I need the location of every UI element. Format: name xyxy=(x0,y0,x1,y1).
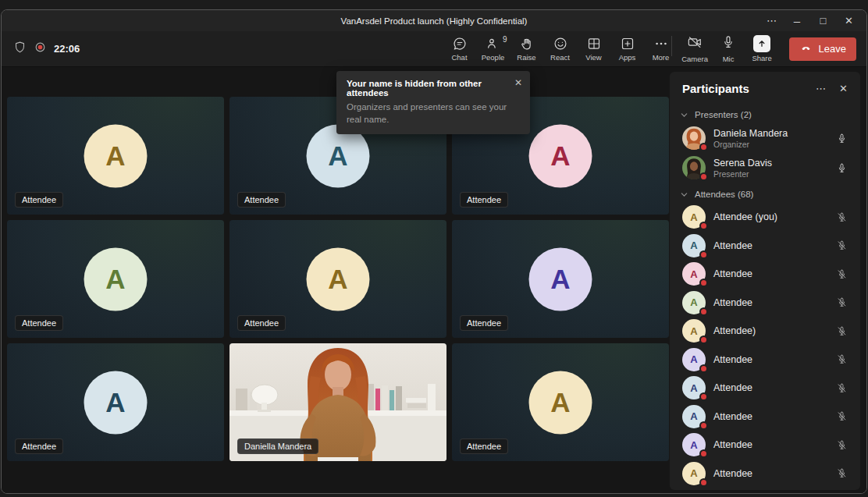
leave-label: Leave xyxy=(819,43,846,55)
avatar: A xyxy=(84,247,148,311)
window-more-button[interactable]: ⋯ xyxy=(759,10,784,31)
minimize-button[interactable]: – xyxy=(784,10,810,31)
presence-busy-dot xyxy=(699,307,708,316)
chat-icon xyxy=(452,36,468,51)
mic-off-icon xyxy=(836,467,848,479)
participant-row[interactable]: A Attendee xyxy=(670,232,860,261)
participant-row[interactable]: A Attendee (you) xyxy=(670,203,860,232)
avatar: A xyxy=(529,247,592,311)
video-tile-camera-feed[interactable]: Daniella Mandera xyxy=(229,343,446,461)
tile-name-label: Attendee xyxy=(237,315,286,331)
participant-row[interactable]: A Attendee xyxy=(670,403,860,431)
avatar: A xyxy=(682,234,706,257)
view-button[interactable]: View xyxy=(577,31,610,66)
raise-hand-icon xyxy=(519,36,535,51)
participant-row[interactable]: Serena Davis Presenter xyxy=(670,153,860,183)
share-icon xyxy=(753,35,770,52)
participant-row[interactable]: A Attendee xyxy=(670,374,860,403)
mic-on-icon[interactable] xyxy=(836,162,848,174)
mic-button[interactable]: Mic xyxy=(712,34,745,63)
teams-meeting-window: VanArsdel Product launch (Highly Confide… xyxy=(1,9,867,494)
tile-name-label: Attendee xyxy=(460,438,508,454)
react-smiley-icon xyxy=(553,36,568,51)
video-tile[interactable]: A Attendee xyxy=(452,220,669,338)
maximize-button[interactable]: □ xyxy=(810,10,836,31)
video-tile[interactable]: A Attendee xyxy=(7,343,224,461)
share-button[interactable]: Share xyxy=(745,35,779,62)
presence-busy-dot xyxy=(699,143,708,151)
apps-button[interactable]: Apps xyxy=(610,31,644,66)
people-button[interactable]: 9 People xyxy=(476,31,510,66)
participant-row[interactable]: A Attendee xyxy=(670,460,860,488)
camera-button[interactable]: Camera xyxy=(678,34,712,63)
mic-icon xyxy=(720,34,736,53)
meeting-status-group: 22:06 xyxy=(13,31,80,66)
mic-off-icon xyxy=(836,211,848,223)
mic-label: Mic xyxy=(723,55,735,63)
chevron-down-icon xyxy=(681,191,688,198)
participant-role: Presenter xyxy=(713,169,772,179)
participant-name: Attendee xyxy=(713,354,752,365)
chat-button[interactable]: Chat xyxy=(443,31,476,66)
share-label: Share xyxy=(752,54,771,62)
presence-busy-dot xyxy=(699,478,708,487)
people-icon: 9 xyxy=(486,36,501,51)
raise-hand-button[interactable]: Raise xyxy=(510,31,543,66)
camera-off-icon xyxy=(686,34,703,53)
participant-role: Organizer xyxy=(713,140,788,149)
toast-body: Organizers and presenters can see your r… xyxy=(347,101,510,126)
tile-name-label: Attendee xyxy=(15,438,63,454)
presence-busy-dot xyxy=(699,421,708,430)
participants-more-icon[interactable]: ⋯ xyxy=(816,83,826,94)
toast-title: Your name is hidden from other attendees xyxy=(347,79,510,98)
avatar-photo xyxy=(682,156,706,179)
participant-row[interactable]: A Attendee xyxy=(670,260,860,289)
participant-row[interactable]: A Attendee xyxy=(670,289,860,318)
participants-title: Participants xyxy=(682,82,816,95)
presenters-section-header[interactable]: Presenters (2) xyxy=(670,103,860,123)
meeting-toolbar: 22:06 Chat 9 People Raise xyxy=(2,31,866,67)
presence-busy-dot xyxy=(699,279,708,287)
meeting-timer: 22:06 xyxy=(54,43,80,55)
presence-busy-dot xyxy=(699,250,708,259)
presence-busy-dot xyxy=(699,222,708,230)
view-grid-icon xyxy=(586,36,602,51)
avatar: A xyxy=(307,247,370,311)
mic-off-icon xyxy=(836,296,848,308)
video-tile[interactable]: A Attendee xyxy=(7,220,224,338)
chat-label: Chat xyxy=(451,53,467,62)
participant-name: Attendee (you) xyxy=(713,211,777,222)
leave-button[interactable]: Leave xyxy=(789,37,856,61)
participant-row[interactable]: A Attendee xyxy=(670,431,860,460)
avatar-photo xyxy=(682,126,706,150)
mic-on-icon[interactable] xyxy=(836,133,848,144)
toast-close-icon[interactable]: ✕ xyxy=(514,77,522,88)
avatar: A xyxy=(84,124,148,187)
shield-icon xyxy=(13,41,27,57)
video-tile[interactable]: A Attendee xyxy=(229,220,446,338)
avatar: A xyxy=(529,371,592,434)
attendees-section-label: Attendees (68) xyxy=(695,190,753,199)
participant-row[interactable]: Daniela Mandera Organizer xyxy=(670,123,860,153)
participants-close-icon[interactable]: ✕ xyxy=(839,83,848,94)
participant-row[interactable]: A Attendee xyxy=(670,346,860,375)
tile-name-label: Attendee xyxy=(237,192,286,208)
video-tile[interactable]: A Attendee xyxy=(7,97,224,215)
react-button[interactable]: React xyxy=(543,31,577,66)
toolbar-buttons: Chat 9 People Raise React xyxy=(443,31,678,66)
avatar: A xyxy=(682,405,706,428)
recording-indicator-icon xyxy=(34,41,47,57)
participant-name: Attendee) xyxy=(713,325,756,336)
more-dots-icon xyxy=(653,36,669,51)
avatar: A xyxy=(682,348,706,371)
more-label: More xyxy=(653,53,670,62)
view-label: View xyxy=(585,53,601,62)
participant-name: Attendee xyxy=(713,468,752,479)
attendees-section-header[interactable]: Attendees (68) xyxy=(670,183,860,203)
close-button[interactable]: ✕ xyxy=(836,10,862,31)
mic-off-icon xyxy=(836,382,848,394)
participant-row[interactable]: A Attendee) xyxy=(670,317,860,346)
video-grid: A Attendee A Attendee A Attendee A Atten… xyxy=(7,97,669,461)
avatar: A xyxy=(682,319,706,343)
video-tile[interactable]: A Attendee xyxy=(452,343,669,461)
